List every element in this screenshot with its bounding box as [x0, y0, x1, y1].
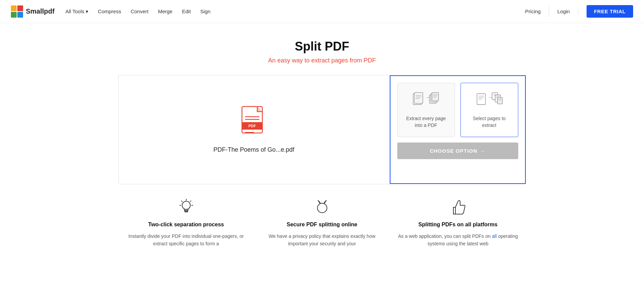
- svg-point-45: [317, 203, 327, 213]
- file-name: PDF-The Poems of Go...e.pdf: [213, 146, 294, 153]
- hero-section: Split PDF An easy way to extract pages f…: [0, 23, 644, 75]
- logo-icon: [11, 5, 23, 18]
- choose-option-button[interactable]: CHOOSE OPTION →: [397, 143, 518, 159]
- extract-every-label: Extract every page into a PDF: [403, 115, 449, 129]
- feature-platforms: Splitting PDFs on all platforms As a web…: [397, 198, 519, 248]
- svg-rect-12: [414, 93, 423, 103]
- svg-rect-19: [432, 93, 438, 101]
- free-trial-button[interactable]: FREE TRIAL: [587, 5, 633, 18]
- select-pages-label: Select pages to extract: [466, 115, 512, 129]
- brand-name: Smallpdf: [26, 7, 54, 15]
- select-pages-option[interactable]: → Select pages to extract: [460, 83, 518, 137]
- svg-rect-34: [498, 97, 502, 104]
- feature-secure-desc: We have a privacy policy that explains e…: [261, 232, 383, 248]
- navbar: Smallpdf All Tools ▾ Compress Convert Me…: [0, 0, 644, 23]
- feature-two-click: Two-click separation process Instantly d…: [125, 198, 247, 248]
- chevron-down-icon: ▾: [86, 8, 88, 15]
- svg-line-43: [181, 201, 182, 202]
- compress-link[interactable]: Compress: [98, 8, 121, 14]
- highlight-text: all: [492, 233, 497, 239]
- feature-platforms-desc: As a web application, you can split PDFs…: [397, 232, 519, 248]
- tool-area: PDF PDF-The Poems of Go...e.pdf: [118, 75, 526, 184]
- feature-two-click-desc: Instantly divide your PDF into individua…: [125, 232, 247, 248]
- svg-point-37: [182, 201, 190, 209]
- extract-every-icon: →: [413, 91, 440, 111]
- options-panel: → Extract every page into a PDF: [390, 75, 526, 184]
- lightbulb-icon: [177, 198, 196, 217]
- hero-subtitle: An easy way to extract pages from PDF: [7, 57, 637, 64]
- svg-text:PDF: PDF: [248, 124, 256, 128]
- nav-right: Pricing Login FREE TRIAL: [525, 5, 633, 18]
- select-pages-icon: →: [476, 91, 503, 111]
- nav-links: All Tools ▾ Compress Convert Merge Edit …: [65, 8, 525, 15]
- sign-link[interactable]: Sign: [200, 8, 210, 14]
- feature-two-click-title: Two-click separation process: [148, 222, 224, 228]
- svg-line-41: [190, 201, 191, 202]
- svg-rect-3: [17, 12, 23, 18]
- edit-link[interactable]: Edit: [182, 8, 191, 14]
- logo[interactable]: Smallpdf: [11, 5, 54, 18]
- feature-platforms-title: Splitting PDFs on all platforms: [418, 222, 498, 228]
- option-cards-row: → Extract every page into a PDF: [397, 83, 518, 137]
- feature-secure-title: Secure PDF splitting online: [286, 222, 357, 228]
- thumbsup-icon: [449, 198, 468, 217]
- login-link[interactable]: Login: [557, 8, 578, 14]
- svg-rect-2: [11, 12, 17, 18]
- convert-link[interactable]: Convert: [130, 8, 149, 14]
- pdf-file-icon: PDF: [240, 106, 267, 139]
- page-title: Split PDF: [7, 39, 637, 54]
- svg-rect-1: [17, 5, 23, 11]
- arrow-right-icon: →: [480, 148, 485, 154]
- feature-secure: Secure PDF splitting online We have a pr…: [261, 198, 383, 248]
- pricing-link[interactable]: Pricing: [525, 8, 541, 14]
- nav-divider: [549, 6, 549, 17]
- svg-rect-0: [11, 5, 17, 11]
- medal-icon: [313, 198, 332, 217]
- all-tools-link[interactable]: All Tools ▾: [65, 8, 88, 15]
- pdf-icon-svg: PDF: [240, 106, 267, 138]
- features-section: Two-click separation process Instantly d…: [118, 198, 526, 248]
- file-upload-area[interactable]: PDF PDF-The Poems of Go...e.pdf: [119, 75, 390, 184]
- extract-every-page-option[interactable]: → Extract every page into a PDF: [397, 83, 455, 137]
- merge-link[interactable]: Merge: [158, 8, 173, 14]
